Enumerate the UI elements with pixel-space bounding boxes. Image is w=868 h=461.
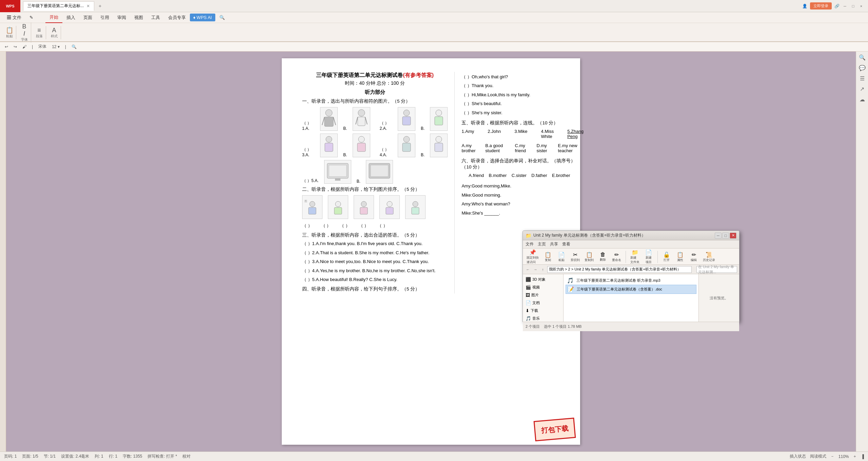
sidebar-nav-icon[interactable]: ☰	[860, 75, 865, 82]
fe-btn-props[interactable]: 📋 属性	[674, 251, 686, 263]
italic-icon[interactable]: I	[23, 30, 25, 37]
ribbon-tab-page[interactable]: 页面	[79, 13, 96, 23]
fe-file-mp3[interactable]: 🎵 三年级下册英语第二单元达标测试卷 听力录音.mp3	[566, 276, 696, 285]
toolbar-redo[interactable]: ↪	[12, 44, 19, 50]
fe-btn-rename[interactable]: ✏ 重命名	[610, 251, 623, 263]
copy-label: 复制	[545, 258, 551, 262]
minimize-btn[interactable]: ─	[842, 3, 848, 9]
s5-opt-c: C.my friend	[515, 143, 531, 153]
status-row: 行: 1	[109, 454, 117, 459]
toolbar: ↩ ↪ 🖌 | 宋体 12 ▾ | 🔍	[0, 42, 868, 52]
fe-close-btn[interactable]: ✕	[730, 233, 736, 239]
s5-opt-e: E.my new teacher	[558, 143, 584, 153]
toolbar-zoom[interactable]: 🔍	[70, 44, 79, 50]
left-sidebar	[0, 52, 6, 452]
tab-add-btn[interactable]: ＋	[95, 2, 105, 11]
fe-btn-newitem[interactable]: 📄 新建项目	[643, 248, 655, 265]
fe-btn-history[interactable]: 📜 历史记录	[701, 251, 717, 263]
fe-left-pics[interactable]: 🖼 图片	[523, 291, 563, 299]
ribbon-tab-review[interactable]: 审阅	[113, 13, 130, 23]
doc-tab[interactable]: 三年级下册英语第二单元达标... ✕	[23, 1, 94, 11]
ribbon-tab-view[interactable]: 视图	[130, 13, 147, 23]
sidebar-search-icon[interactable]: 🔍	[859, 54, 866, 61]
fe-left-3d-label: 3D 对象	[532, 277, 546, 282]
download-stamp[interactable]: 打包下载	[534, 418, 576, 441]
fe-left-music[interactable]: 🎵 音乐	[523, 315, 563, 322]
sidebar-cloud-icon[interactable]: ☁	[860, 96, 865, 103]
ribbon-search[interactable]: 🔍	[215, 13, 229, 22]
fe-btn-delete[interactable]: 🗑 删除	[597, 251, 609, 263]
toolbar-undo[interactable]: ↩	[3, 44, 10, 50]
fe-file-doc[interactable]: 📝 三年级下册英语第二单元达标测试卷（含答案）.doc	[566, 285, 696, 294]
ribbon-tab-ref[interactable]: 引用	[96, 13, 113, 23]
toolbar-font-name[interactable]: 宋体	[36, 43, 48, 50]
sidebar-share-icon[interactable]: ↗	[860, 86, 864, 92]
svg-line-2	[322, 117, 324, 125]
section4-items: （ ）Oh,who's that girl? （ ）Thank you. （ ）…	[461, 73, 583, 117]
fe-menu-view[interactable]: 查看	[562, 241, 570, 247]
fe-btn-paste[interactable]: 📄 粘贴	[555, 251, 568, 263]
style-icon[interactable]: A	[52, 27, 56, 34]
toolbar-format-painter[interactable]: 🖌	[20, 44, 28, 50]
status-zoom-slider[interactable]: ▐	[861, 454, 864, 459]
fe-minimize-btn[interactable]: ─	[715, 233, 722, 239]
fe-btn-copy[interactable]: 📋 复制	[542, 251, 554, 263]
fe-left-video[interactable]: 🎬 视频	[523, 283, 563, 291]
register-btn[interactable]: 立即登录	[810, 2, 832, 9]
fe-btn-pin[interactable]: 📌 固定到快速访问	[525, 248, 540, 265]
ribbon-tab-start[interactable]: 开始	[45, 12, 62, 23]
ribbon-tab-wpsai[interactable]: ♦ WPS AI	[190, 14, 215, 21]
fe-back-btn[interactable]: ←	[525, 266, 531, 273]
svg-line-6	[356, 117, 358, 124]
fe-maximize-btn[interactable]: □	[722, 233, 729, 239]
tab-close-btn[interactable]: ✕	[86, 4, 90, 8]
q2-b-label: B.	[421, 126, 425, 131]
download-stamp-text: 打包下载	[541, 424, 569, 435]
fe-search-box[interactable]: 在 Unit 2 My family 单元达标测...	[696, 266, 737, 273]
fe-menu-file[interactable]: 文件	[526, 241, 534, 247]
fe-btn-open[interactable]: 🔓 打开	[660, 251, 673, 263]
ribbon-tab-insert2[interactable]: 插入	[62, 13, 79, 23]
fe-btn-edit[interactable]: ✏ 编辑	[688, 251, 700, 263]
ribbon-tab-tools[interactable]: 工具	[147, 13, 164, 23]
toolbar-separator: |	[30, 44, 35, 50]
status-pageof: 页面: 1/5	[22, 454, 38, 459]
s6-line4: Mike:She's ______.	[461, 209, 583, 217]
q1-paren: （ ）1.A.	[302, 120, 315, 131]
fe-btn-cut[interactable]: ✂ 剪切到	[569, 251, 581, 263]
fe-btn-copyto[interactable]: 📋 复制到	[583, 251, 595, 263]
q3-paren: （ ）3.A.	[302, 147, 315, 157]
paste-icon[interactable]: 📋	[6, 26, 13, 34]
fe-menu-home[interactable]: 主页	[538, 241, 546, 247]
img-3a	[320, 134, 338, 157]
ribbon-tab-member[interactable]: 会员专享	[164, 13, 190, 23]
status-zoom-minus[interactable]: －	[830, 454, 834, 459]
copyto-icon: 📋	[586, 252, 593, 258]
maximize-btn[interactable]: □	[850, 3, 856, 9]
fe-btn-newfolder[interactable]: 📁 新建文件夹	[629, 248, 641, 265]
section1-img-row2: （ ）3.A. B. （ ）4.A. B.	[302, 134, 448, 157]
fe-left-docs[interactable]: 📄 文档	[523, 299, 563, 307]
fe-left-3d[interactable]: ⬛ 3D 对象	[523, 276, 563, 283]
ribbon-tab-file[interactable]: ☰ 文件	[3, 13, 25, 23]
fe-menu-share[interactable]: 共享	[550, 241, 558, 247]
ribbon-tab-insert[interactable]	[37, 16, 45, 20]
bold-icon[interactable]: B	[22, 23, 26, 30]
svg-point-30	[361, 201, 367, 207]
props-label: 属性	[677, 258, 683, 262]
share-icon[interactable]: 🔗	[834, 4, 840, 8]
fe-forward-btn[interactable]: →	[532, 266, 538, 273]
fe-address-bar[interactable]: 我听力的 > 2 > Unit 2 My family 单元达标测试卷（含答案+…	[547, 266, 692, 273]
fe-up-btn[interactable]: ↑	[540, 266, 546, 273]
doc-area[interactable]: 三年级下册英语第二单元达标测试卷(有参考答案) 时间：40 分钟 总分：100 …	[6, 52, 856, 452]
fe-left-download[interactable]: ⬇ 下载	[523, 307, 563, 315]
right-sidebar: 🔍 💬 ☰ ↗ ☁	[856, 52, 868, 452]
sidebar-comment-icon[interactable]: 💬	[859, 65, 866, 71]
status-words: 字数: 1355	[123, 454, 142, 459]
status-zoom-plus[interactable]: ＋	[853, 454, 857, 459]
toolbar-font-size[interactable]: 12 ▾	[50, 44, 62, 50]
align-left-icon[interactable]: ≡	[37, 27, 41, 34]
edit-icon: ✏	[692, 252, 696, 258]
ribbon-tab-home[interactable]: ✎	[25, 13, 37, 22]
close-btn[interactable]: ×	[859, 3, 864, 9]
